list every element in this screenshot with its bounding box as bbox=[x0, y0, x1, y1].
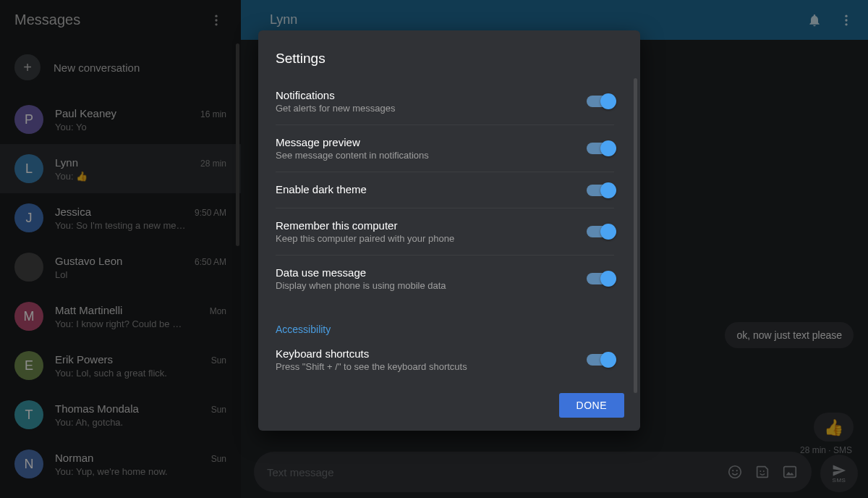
setting-title: Notifications bbox=[276, 89, 572, 101]
setting-row[interactable]: Data use messageDisplay when phone is us… bbox=[276, 256, 614, 302]
toggle-switch[interactable] bbox=[587, 143, 614, 154]
setting-title: Data use message bbox=[276, 266, 572, 279]
toggle-switch[interactable] bbox=[587, 273, 614, 284]
toggle-switch[interactable] bbox=[587, 96, 614, 107]
accessibility-section-label: Accessibility bbox=[276, 316, 614, 337]
setting-title: Message preview bbox=[276, 136, 572, 148]
done-button[interactable]: DONE bbox=[559, 393, 624, 418]
setting-title: Remember this computer bbox=[276, 219, 572, 232]
setting-subtitle: Get alerts for new messages bbox=[276, 103, 572, 114]
setting-row[interactable]: Keyboard shortcutsPress "Shift + /" to s… bbox=[276, 337, 614, 383]
setting-row[interactable]: Remember this computerKeep this computer… bbox=[276, 208, 614, 256]
setting-title: Enable dark theme bbox=[276, 183, 572, 195]
setting-subtitle: Keep this computer paired with your phon… bbox=[276, 233, 572, 244]
toggle-switch[interactable] bbox=[587, 185, 614, 196]
modal-scrollbar[interactable] bbox=[634, 78, 637, 393]
setting-title: Keyboard shortcuts bbox=[276, 347, 572, 360]
toggle-switch[interactable] bbox=[587, 354, 614, 366]
settings-modal: Settings NotificationsGet alerts for new… bbox=[258, 30, 640, 431]
setting-subtitle: Press "Shift + /" to see the keyboard sh… bbox=[276, 361, 572, 372]
setting-row[interactable]: Message previewSee message content in no… bbox=[276, 125, 614, 172]
setting-subtitle: See message content in notifications bbox=[276, 150, 572, 161]
setting-row[interactable]: NotificationsGet alerts for new messages bbox=[276, 78, 614, 125]
settings-title: Settings bbox=[258, 51, 640, 78]
toggle-switch[interactable] bbox=[587, 226, 614, 237]
setting-subtitle: Display when phone is using mobile data bbox=[276, 280, 572, 291]
setting-row[interactable]: Enable dark theme bbox=[276, 172, 614, 208]
